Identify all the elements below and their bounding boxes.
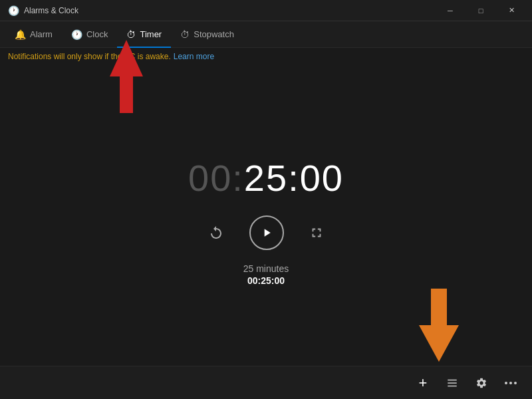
timer-bright-portion: 25:00 <box>244 157 344 199</box>
annotation-arrow-down <box>412 289 466 364</box>
tab-stopwatch[interactable]: ⏱ Stopwatch <box>171 25 243 44</box>
svg-rect-4 <box>448 382 457 384</box>
tab-alarm[interactable]: 🔔 Alarm <box>5 25 62 44</box>
maximize-button[interactable]: □ <box>466 0 496 21</box>
time-label: 00:25:00 <box>243 275 289 286</box>
tab-stopwatch-label: Stopwatch <box>194 29 234 39</box>
stopwatch-icon: ⏱ <box>180 29 190 40</box>
svg-point-6 <box>505 382 507 384</box>
reset-button[interactable] <box>203 219 229 246</box>
minutes-label: 25 minutes <box>243 263 289 274</box>
bottom-toolbar: + <box>0 366 532 399</box>
title-bar-controls: ─ □ ✕ <box>435 0 527 21</box>
app-title: Alarms & Clock <box>24 6 78 15</box>
tab-alarm-label: Alarm <box>30 29 53 39</box>
title-bar: 🕐 Alarms & Clock ─ □ ✕ <box>0 0 532 21</box>
nav-bar: 🔔 Alarm 🕐 Clock ⏱ Timer ⏱ Stopwatch <box>0 21 532 48</box>
close-button[interactable]: ✕ <box>496 0 527 21</box>
svg-marker-0 <box>110 40 143 113</box>
annotation-arrow-up <box>103 40 150 116</box>
timer-icon: ⏱ <box>126 29 136 40</box>
tab-timer-label: Timer <box>140 29 162 39</box>
settings-button[interactable] <box>468 370 495 396</box>
svg-rect-3 <box>448 379 457 380</box>
timer-display: 00:25:00 <box>188 156 344 200</box>
list-button[interactable] <box>439 370 466 396</box>
svg-point-7 <box>509 382 512 384</box>
timer-controls <box>203 215 329 250</box>
clock-icon: 🕐 <box>71 29 82 40</box>
timer-label-area: 25 minutes 00:25:00 <box>243 263 289 286</box>
minimize-button[interactable]: ─ <box>435 0 466 21</box>
add-timer-button[interactable]: + <box>410 370 436 396</box>
learn-more-link[interactable]: Learn more <box>174 52 214 61</box>
notification-banner: Notifications will only show if the PC i… <box>0 48 532 65</box>
title-bar-left: 🕐 Alarms & Clock <box>8 5 78 16</box>
svg-rect-5 <box>448 385 457 386</box>
alarm-icon: 🔔 <box>15 29 26 40</box>
svg-marker-1 <box>265 229 271 237</box>
svg-marker-2 <box>419 289 459 362</box>
tab-clock-label: Clock <box>86 29 108 39</box>
play-button[interactable] <box>249 215 284 250</box>
timer-dim-portion: 00: <box>188 157 244 199</box>
more-options-button[interactable] <box>497 370 524 396</box>
app-icon: 🕐 <box>8 5 19 16</box>
svg-point-8 <box>514 382 517 384</box>
expand-button[interactable] <box>304 220 329 245</box>
